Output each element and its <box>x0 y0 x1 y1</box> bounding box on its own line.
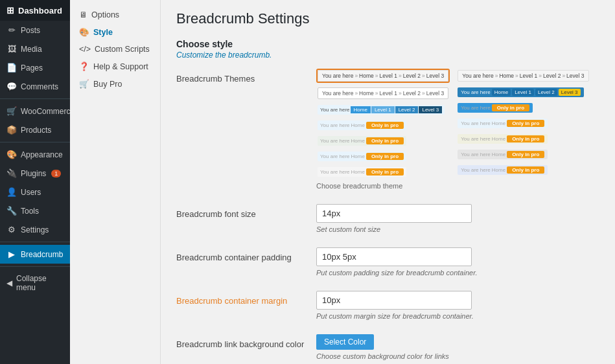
only-pro-badge: Only in pro <box>507 151 544 158</box>
margin-row: Breadcrumb container margin Put custom m… <box>176 291 599 320</box>
font-size-input[interactable] <box>316 204 472 223</box>
pages-icon: 📄 <box>6 63 17 73</box>
subnav-options[interactable]: 🖥 Options <box>70 6 160 23</box>
bc-home: Home <box>359 73 374 79</box>
sidebar-sep4 <box>0 266 70 267</box>
users-icon: 👤 <box>6 187 17 197</box>
comments-icon: 💬 <box>6 82 17 91</box>
bc-sep: » <box>375 90 378 97</box>
padding-control: Put custom padding size for breadcrumb c… <box>316 247 599 277</box>
theme-7[interactable]: You are here Home Only in pro <box>316 166 450 178</box>
bc-home: Home <box>492 136 505 142</box>
sidebar-item-pages[interactable]: 📄 Pages <box>0 58 70 77</box>
theme-r6[interactable]: You are here Home Only in pro <box>456 148 590 161</box>
sidebar-item-label: Plugins <box>21 169 46 178</box>
posts-icon: ✏ <box>6 25 17 35</box>
margin-input[interactable] <box>316 291 472 310</box>
options-icon: 🖥 <box>79 10 87 19</box>
select-color-button[interactable]: Select Color <box>316 334 374 350</box>
theme-r3[interactable]: You are here Only in pro <box>456 102 590 114</box>
link-bg-label: Breadcrumb link background color <box>176 334 306 349</box>
subnav-buy-pro[interactable]: 🛒 Buy Pro <box>70 75 160 93</box>
theme-r3-preview: You are here Only in pro <box>458 103 533 113</box>
main-area: 🖥 Options 🎨 Style </> Custom Scripts ❓ H… <box>70 0 615 364</box>
subnav-help[interactable]: ❓ Help & Support <box>70 58 160 75</box>
only-pro-badge: Only in pro <box>366 122 404 129</box>
plugins-icon: 🔌 <box>6 168 17 178</box>
themes-col-right: You are here » Home » Level 1 » Level 2 … <box>456 69 590 176</box>
theme-r1[interactable]: You are here » Home » Level 1 » Level 2 … <box>456 69 590 83</box>
sidebar-logo[interactable]: ⊞ Dashboard <box>0 0 70 21</box>
theme-5[interactable]: You are here Home Only in pro <box>316 135 450 147</box>
padding-label: Breadcrumb container padding <box>176 247 306 262</box>
bc-you-here: You are here <box>461 105 491 111</box>
sidebar-item-tools[interactable]: 🔧 Tools <box>0 201 70 220</box>
link-bg-hint: Choose custom background color for links <box>316 352 599 360</box>
bc-you-here: You are here <box>461 167 491 173</box>
collapse-icon: ◀ <box>6 279 12 288</box>
theme-6-preview: You are here Home Only in pro <box>318 152 406 161</box>
bc-you-here: You are here <box>461 120 491 126</box>
theme-r2[interactable]: You are here Home Level 1 Level 2 Level … <box>456 86 590 98</box>
subnav-label: Help & Support <box>93 62 148 71</box>
bc-sep: » <box>562 73 565 79</box>
sidebar-item-media[interactable]: 🖼 Media <box>0 40 70 58</box>
custom-scripts-icon: </> <box>79 45 91 54</box>
bc-you-here: You are here <box>320 107 350 113</box>
bc-l2: Level 2 <box>403 73 421 79</box>
padding-input[interactable] <box>316 247 472 266</box>
theme-r4[interactable]: You are here Home Only in pro <box>456 117 590 130</box>
sidebar-item-label: Posts <box>21 26 40 35</box>
theme-5-preview: You are here Home Only in pro <box>318 136 406 146</box>
products-icon: 📦 <box>6 125 17 135</box>
bc-home: Home <box>351 122 365 128</box>
subnav: 🖥 Options 🎨 Style </> Custom Scripts ❓ H… <box>70 0 161 364</box>
link-bg-row: Breadcrumb link background color Select … <box>176 334 599 360</box>
bc-you-here: You are here <box>320 169 350 175</box>
margin-control: Put custom margin size for breadcrumb co… <box>316 291 599 320</box>
sidebar-item-products[interactable]: 📦 Products <box>0 120 70 139</box>
sidebar-item-label: Pages <box>21 63 43 73</box>
sidebar-item-label: Appearance <box>21 150 63 159</box>
subnav-style[interactable]: 🎨 Style <box>70 23 160 41</box>
theme-3[interactable]: You are here Home Level 1 Level 2 Level … <box>316 104 450 116</box>
margin-label: Breadcrumb container margin <box>176 291 306 306</box>
font-size-control: Set custom font size <box>316 204 599 233</box>
themes-container: You are here » Home » Level 1 » Level 2 … <box>316 69 599 178</box>
padding-row: Breadcrumb container padding Put custom … <box>176 247 599 277</box>
only-pro-badge: Only in pro <box>507 166 544 174</box>
theme-r7[interactable]: You are here Home Only in pro <box>456 164 590 176</box>
sidebar-item-plugins[interactable]: 🔌 Plugins 1 <box>0 164 70 183</box>
theme-r2-preview: You are here Home Level 1 Level 2 Level … <box>458 87 583 97</box>
theme-6[interactable]: You are here Home Only in pro <box>316 150 450 163</box>
only-pro-badge: Only in pro <box>366 153 404 160</box>
theme-1[interactable]: You are here » Home » Level 1 » Level 2 … <box>316 69 450 83</box>
sidebar-item-woocommerce[interactable]: 🛒 WooCommerce <box>0 102 70 120</box>
bc-sep: » <box>422 73 425 79</box>
sidebar-item-label: Users <box>21 188 41 197</box>
only-pro-badge: Only in pro <box>366 137 404 144</box>
theme-r5-preview: You are here Home Only in pro <box>458 134 548 144</box>
sidebar-item-label: WooCommerce <box>21 107 70 116</box>
sidebar-sep3 <box>0 242 70 242</box>
content-area: Breadcrumb Settings Choose style Customi… <box>161 0 615 364</box>
themes-col-left: You are here » Home » Level 1 » Level 2 … <box>316 69 450 178</box>
sidebar-item-posts[interactable]: ✏ Posts <box>0 21 70 40</box>
theme-2[interactable]: You are here » Home » Level 1 » Level 2 … <box>316 86 450 100</box>
bc-l3: Level 3 <box>566 73 584 79</box>
theme-4[interactable]: You are here Home Only in pro <box>316 119 450 131</box>
sidebar-item-comments[interactable]: 💬 Comments <box>0 77 70 96</box>
help-icon: ❓ <box>79 62 89 71</box>
themes-label: Breadcrumb Themes <box>176 69 306 84</box>
breadcrumb-icon: ▶ <box>6 249 17 259</box>
theme-r5[interactable]: You are here Home Only in pro <box>456 133 590 145</box>
subnav-label: Options <box>91 10 119 19</box>
subnav-custom-scripts[interactable]: </> Custom Scripts <box>70 41 160 58</box>
bc-l1: Level 1 <box>380 90 397 97</box>
sidebar-item-breadcrumb[interactable]: ▶ Breadcrumb <box>0 245 70 264</box>
settings-icon: ⚙ <box>6 225 17 234</box>
sidebar-collapse[interactable]: ◀ Collapse menu <box>0 269 70 297</box>
sidebar-item-users[interactable]: 👤 Users <box>0 183 70 201</box>
sidebar-item-appearance[interactable]: 🎨 Appearance <box>0 145 70 164</box>
sidebar-item-settings[interactable]: ⚙ Settings <box>0 220 70 239</box>
